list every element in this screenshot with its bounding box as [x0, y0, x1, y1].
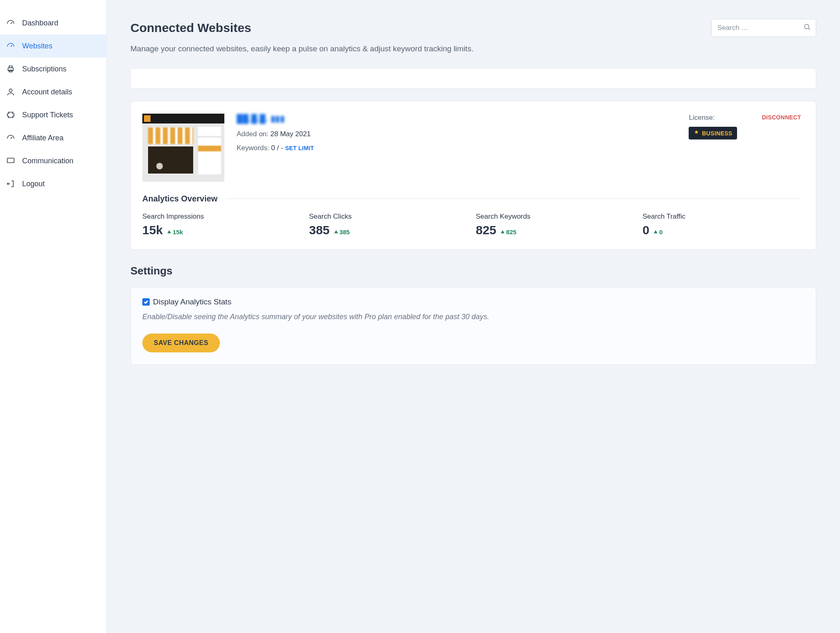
main-content: Connected Websites Manage your connected… — [107, 0, 840, 633]
stat-value: 0 — [643, 223, 650, 237]
save-changes-button[interactable]: SAVE CHANGES — [142, 334, 220, 352]
stat-label: Search Traffic — [643, 213, 801, 221]
stat-label: Search Impressions — [142, 213, 301, 221]
stat-delta: 825 — [500, 229, 516, 235]
user-icon — [6, 87, 16, 97]
page-subtitle: Manage your connected websites, easily k… — [130, 44, 816, 53]
disconnect-link[interactable]: DISCONNECT — [762, 114, 801, 121]
stat-delta-value: 385 — [340, 229, 350, 235]
arrow-up-icon — [653, 229, 658, 235]
gauge-icon — [6, 133, 16, 143]
added-on-value: 28 May 2021 — [270, 130, 310, 138]
sidebar-item-label: Communication — [22, 157, 73, 165]
website-thumbnail — [142, 114, 224, 182]
added-on-label: Added on: — [237, 130, 269, 138]
sidebar: Dashboard Websites Subscriptions Account… — [0, 0, 107, 633]
sidebar-item-account-details[interactable]: Account details — [0, 80, 106, 103]
keywords-label: Keywords: — [237, 144, 269, 152]
sidebar-item-label: Support Tickets — [22, 111, 73, 119]
website-url[interactable]: ██.█.█. ▮▮▮ — [237, 114, 676, 123]
arrow-up-icon — [334, 229, 338, 235]
sidebar-item-affiliate-area[interactable]: Affiliate Area — [0, 126, 106, 149]
sidebar-item-logout[interactable]: Logout — [0, 172, 106, 195]
stats-row: Search Impressions 15k 15k Search Clicks… — [142, 213, 801, 237]
divider — [226, 199, 801, 199]
gauge-icon — [6, 41, 16, 51]
sidebar-item-label: Logout — [22, 180, 45, 188]
svg-point-3 — [9, 89, 12, 92]
arrow-up-icon — [167, 229, 171, 235]
analytics-overview-title: Analytics Overview — [142, 194, 217, 203]
license-label: License: — [689, 114, 737, 122]
search-wrap — [711, 19, 816, 37]
logout-icon — [6, 179, 16, 189]
svg-point-5 — [804, 24, 809, 29]
added-on-line: Added on: 28 May 2021 — [237, 130, 676, 138]
stat-label: Search Clicks — [309, 213, 468, 221]
chat-icon — [6, 156, 16, 166]
keywords-value: 0 / - — [271, 144, 283, 152]
display-analytics-checkbox[interactable] — [142, 298, 150, 306]
svg-rect-1 — [9, 66, 12, 68]
star-icon — [694, 130, 699, 137]
sidebar-item-websites[interactable]: Websites — [0, 34, 106, 57]
license-badge: BUSINESS — [689, 127, 737, 139]
ticket-icon — [6, 110, 16, 120]
arrow-up-icon — [500, 229, 505, 235]
sidebar-item-dashboard[interactable]: Dashboard — [0, 11, 106, 34]
license-badge-text: BUSINESS — [702, 130, 732, 137]
page-title: Connected Websites — [130, 21, 251, 35]
website-card: ██.█.█. ▮▮▮ Added on: 28 May 2021 Keywor… — [130, 101, 816, 250]
stat-delta: 15k — [167, 229, 183, 235]
stat-delta: 0 — [653, 229, 662, 235]
sidebar-item-support-tickets[interactable]: Support Tickets — [0, 103, 106, 126]
sidebar-item-label: Websites — [22, 42, 52, 50]
stat-search-impressions: Search Impressions 15k 15k — [142, 213, 301, 237]
set-limit-link[interactable]: SET LIMIT — [285, 145, 314, 151]
website-meta: ██.█.█. ▮▮▮ Added on: 28 May 2021 Keywor… — [237, 114, 676, 182]
sidebar-item-label: Affiliate Area — [22, 134, 64, 142]
gauge-icon — [6, 18, 16, 28]
printer-icon — [6, 64, 16, 74]
settings-title: Settings — [130, 265, 816, 277]
stat-value: 825 — [476, 223, 496, 237]
sidebar-item-communication[interactable]: Communication — [0, 149, 106, 172]
stat-delta-value: 15k — [173, 229, 183, 235]
stat-delta-value: 0 — [659, 229, 662, 235]
keywords-line: Keywords: 0 / - SET LIMIT — [237, 144, 676, 152]
stat-delta-value: 825 — [506, 229, 516, 235]
sidebar-item-label: Account details — [22, 88, 72, 96]
stat-label: Search Keywords — [476, 213, 635, 221]
settings-box: Display Analytics Stats Enable/Disable s… — [130, 287, 816, 365]
checkbox-label: Display Analytics Stats — [153, 297, 231, 306]
empty-card — [130, 68, 816, 89]
stat-search-keywords: Search Keywords 825 825 — [476, 213, 635, 237]
stat-delta: 385 — [334, 229, 350, 235]
search-input[interactable] — [711, 19, 816, 37]
sidebar-item-label: Dashboard — [22, 19, 58, 27]
stat-value: 385 — [309, 223, 330, 237]
stat-search-traffic: Search Traffic 0 0 — [643, 213, 801, 237]
stat-value: 15k — [142, 223, 163, 237]
sidebar-item-subscriptions[interactable]: Subscriptions — [0, 57, 106, 80]
stat-search-clicks: Search Clicks 385 385 — [309, 213, 468, 237]
settings-help-text: Enable/Disable seeing the Analytics summ… — [142, 311, 804, 323]
svg-rect-4 — [7, 158, 14, 163]
sidebar-item-label: Subscriptions — [22, 65, 66, 73]
search-icon — [803, 23, 811, 33]
